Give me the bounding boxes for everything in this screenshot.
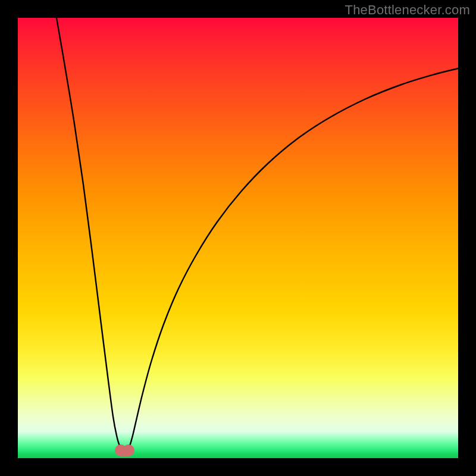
chart-frame: TheBottlenecker.com xyxy=(0,0,476,476)
chart-plot-area xyxy=(18,18,458,458)
bottleneck-curve xyxy=(57,18,458,450)
watermark-text: TheBottlenecker.com xyxy=(345,2,470,18)
marker-dot-1 xyxy=(123,444,134,456)
marker-group xyxy=(115,444,134,456)
bottleneck-curve-svg xyxy=(18,18,458,458)
